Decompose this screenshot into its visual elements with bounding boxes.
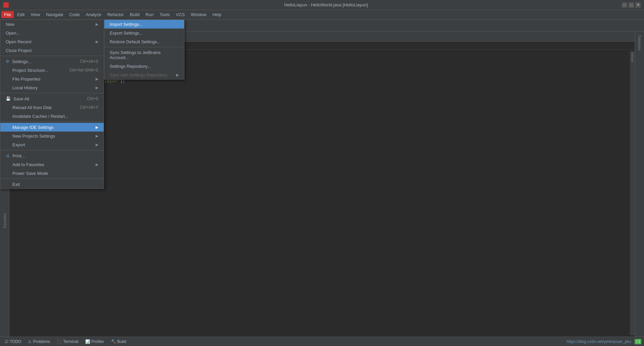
terminal-button[interactable]: ⬛ Terminal (55, 339, 80, 345)
menu-edit[interactable]: Edit (14, 11, 27, 18)
menu-bar: File Edit View Navigate Code Analyze Ref… (0, 10, 644, 19)
print-icon: 🖨 (6, 153, 10, 158)
terminal-label: Terminal (63, 339, 78, 344)
url-text: https://blog.csdn.net/yerenyuan_pku (567, 339, 631, 344)
menu-refactor[interactable]: Refactor (105, 11, 126, 18)
settings-icon: ⚙ (6, 59, 9, 64)
menu-item-exit[interactable]: Exit (0, 180, 104, 189)
menu-analyze[interactable]: Analyze (83, 11, 104, 18)
window-controls: ─ □ ✕ (622, 2, 641, 8)
menu-tools[interactable]: Tools (157, 11, 172, 18)
submenu-item-export[interactable]: Export Settings... (104, 29, 184, 37)
problems-icon: ⚠ (28, 339, 32, 344)
menu-item-manage-ide[interactable]: Manage IDE Settings ▶ (0, 123, 104, 132)
status-left: ☑ TODO ⚠ Problems ⬛ Terminal 📊 Profiler … (3, 339, 128, 345)
git-status[interactable]: ✓1 (635, 339, 641, 344)
menu-item-local-history[interactable]: Local History ▶ (0, 83, 104, 92)
sep1 (0, 56, 104, 56)
new-arrow: ▶ (96, 22, 98, 27)
todo-label: TODO (10, 339, 21, 344)
menu-help[interactable]: Help (210, 11, 224, 18)
submenu-sep1 (104, 47, 184, 47)
menu-item-project-structure[interactable]: Project Structure... Ctrl+Alt+Shift+S (0, 66, 104, 75)
new-projects-arrow: ▶ (96, 134, 98, 138)
menu-item-file-properties[interactable]: File Properties ▶ (0, 75, 104, 83)
todo-icon: ☑ (5, 339, 8, 344)
export-arrow: ▶ (96, 143, 98, 147)
menu-item-power-save[interactable]: Power Save Mode (0, 169, 104, 178)
menu-item-reload[interactable]: Reload All from Disk Ctrl+Alt+Y (0, 103, 104, 112)
profiler-icon: 📊 (85, 339, 90, 344)
menu-item-save-all[interactable]: 💾 Save All Ctrl+S (0, 94, 104, 103)
save-shortcut: Ctrl+S (87, 96, 98, 101)
submenu-item-import[interactable]: Import Settings... (104, 20, 184, 29)
file-menu-dropdown: New ▶ Open... Open Recent ▶ Close Projec… (0, 19, 104, 189)
scrollbar-thumb[interactable] (631, 52, 633, 62)
build-label: Build (117, 339, 126, 344)
menu-navigate[interactable]: Navigate (43, 11, 66, 18)
todo-button[interactable]: ☑ TODO (3, 339, 23, 345)
menu-file[interactable]: File (1, 11, 14, 18)
add-favorites-arrow: ▶ (96, 162, 98, 167)
right-sidebar: Database (635, 32, 644, 337)
reload-shortcut: Ctrl+Alt+Y (80, 105, 98, 110)
menu-item-new-projects-settings[interactable]: New Projects Settings ▶ (0, 132, 104, 140)
menu-item-print[interactable]: 🖨 Print... (0, 151, 104, 160)
menu-code[interactable]: Code (67, 11, 83, 18)
menu-window[interactable]: Window (188, 11, 209, 18)
sep5 (0, 179, 104, 179)
menu-item-add-to-favorites[interactable]: Add to Favorites ▶ (0, 160, 104, 169)
profiler-label: Profiler (92, 339, 104, 344)
sep2 (0, 93, 104, 93)
minimize-button[interactable]: ─ (622, 2, 627, 8)
scrollbar[interactable] (630, 51, 635, 335)
submenu-item-sync-repo: Sync with Settings Repository ▶ (104, 70, 184, 79)
code-line-8 (23, 98, 630, 105)
submenu-item-settings-repo[interactable]: Settings Repository... (104, 62, 184, 70)
title-bar: HelloLiayun - HelloWorld.java [HelloLiay… (0, 0, 644, 10)
save-icon: 💾 (6, 96, 11, 101)
open-recent-arrow: ▶ (96, 40, 98, 44)
build-icon: 🔨 (111, 339, 116, 344)
menu-item-settings[interactable]: ⚙ Settings... Ctrl+Alt+S (0, 57, 104, 66)
menu-item-invalidate[interactable]: Invalidate Caches / Restart... (0, 112, 104, 120)
maximize-button[interactable]: □ (629, 2, 634, 8)
status-bar: ☑ TODO ⚠ Problems ⬛ Terminal 📊 Profiler … (0, 337, 644, 346)
menu-item-open-recent[interactable]: Open Recent ▶ (0, 37, 104, 46)
sep3 (0, 121, 104, 122)
manage-ide-arrow: ▶ (96, 125, 98, 130)
terminal-icon: ⬛ (57, 339, 62, 344)
build-button[interactable]: 🔨 Build (109, 339, 128, 345)
manage-ide-submenu: Import Settings... Export Settings... Re… (104, 19, 184, 80)
close-button[interactable]: ✕ (635, 2, 641, 8)
app-icon (3, 2, 9, 8)
code-area[interactable]: package com.meimeixia.bean; ▶ public cla… (23, 51, 630, 335)
submenu-item-restore[interactable]: Restore Default Settings... (104, 37, 184, 46)
file-properties-arrow: ▶ (96, 77, 98, 81)
menu-build[interactable]: Build (127, 11, 142, 18)
menu-run[interactable]: Run (143, 11, 156, 18)
title-text: HelloLiayun - HelloWorld.java [HelloLiay… (30, 2, 622, 7)
status-right: https://blog.csdn.net/yerenyuan_pku ✓1 (567, 339, 641, 344)
submenu-item-sync-jetbrains[interactable]: Sync Settings to JetBrains Account... (104, 48, 184, 62)
code-line-7: } (23, 91, 630, 98)
favorites-icon[interactable]: Favorites (1, 217, 8, 224)
problems-label: Problems (33, 339, 50, 344)
database-panel-label[interactable]: Database (637, 33, 642, 53)
menu-item-open[interactable]: Open... (0, 29, 104, 37)
problems-button[interactable]: ⚠ Problems (26, 339, 52, 345)
menu-view[interactable]: View (28, 11, 43, 18)
project-structure-shortcut: Ctrl+Alt+Shift+S (69, 68, 98, 72)
settings-shortcut: Ctrl+Alt+S (80, 59, 98, 64)
menu-item-close-project[interactable]: Close Project (0, 46, 104, 55)
menu-vcs[interactable]: VCS (173, 11, 187, 18)
menu-item-new[interactable]: New ▶ (0, 20, 104, 29)
sep4 (0, 150, 104, 150)
profiler-button[interactable]: 📊 Profiler (83, 339, 106, 345)
menu-item-export[interactable]: Export ▶ (0, 140, 104, 149)
sync-repo-arrow: ▶ (176, 73, 179, 77)
local-history-arrow: ▶ (96, 86, 98, 90)
code-line-6: } (23, 85, 630, 91)
